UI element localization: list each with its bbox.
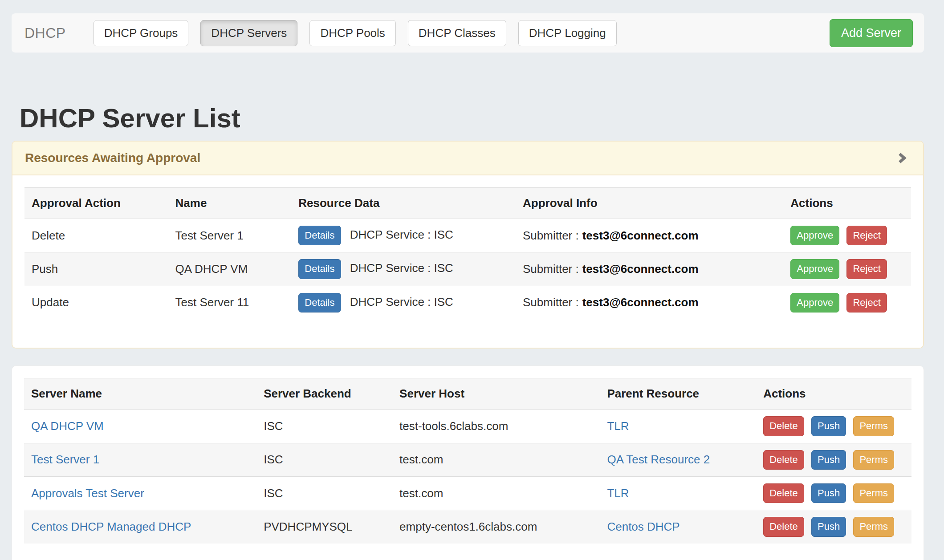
column-header-actions: Actions <box>756 378 911 410</box>
approval-row: Update Test Server 11 Details DHCP Servi… <box>24 286 911 319</box>
server-name-link[interactable]: Centos DHCP Managed DHCP <box>31 520 191 533</box>
server-actions-cell: Delete Push Perms <box>756 443 911 476</box>
add-server-button[interactable]: Add Server <box>830 19 913 47</box>
server-name-link[interactable]: QA DHCP VM <box>31 419 104 433</box>
parent-resource-cell: TLR <box>600 476 756 510</box>
chevron-right-icon[interactable] <box>895 150 908 166</box>
approve-button[interactable]: Approve <box>790 293 839 312</box>
column-header-approval-action: Approval Action <box>24 188 168 219</box>
server-host-cell: empty-centos1.6clabs.com <box>392 510 600 544</box>
perms-button[interactable]: Perms <box>853 517 894 536</box>
column-header-name: Name <box>168 188 292 219</box>
server-name-link[interactable]: Approvals Test Server <box>31 487 144 500</box>
approval-actions-cell: Approve Reject <box>783 219 911 252</box>
resource-data-cell: Details DHCP Service : ISC <box>291 219 516 252</box>
submitter-label: Submitter : <box>523 296 579 309</box>
navbar-brand: DHCP <box>24 25 66 41</box>
approval-actions-cell: Approve Reject <box>783 286 911 319</box>
servers-table: Server Name Server Backend Server Host P… <box>24 378 911 544</box>
submitter-label: Submitter : <box>523 229 579 242</box>
server-name-cell: Approvals Test Server <box>24 476 256 510</box>
server-host-cell: test.com <box>392 443 600 476</box>
reject-button[interactable]: Reject <box>846 293 887 312</box>
approve-button[interactable]: Approve <box>790 259 839 279</box>
server-list-panel: Server Name Server Backend Server Host P… <box>12 365 924 560</box>
resource-data-text: DHCP Service : ISC <box>350 228 453 241</box>
server-backend-cell: PVDHCPMYSQL <box>256 510 392 544</box>
tab-dhcp-servers[interactable]: DHCP Servers <box>200 20 297 46</box>
server-backend-cell: ISC <box>256 410 392 443</box>
page-container: DHCP DHCP Groups DHCP Servers DHCP Pools… <box>12 13 924 560</box>
reject-button[interactable]: Reject <box>846 226 887 245</box>
reject-button[interactable]: Reject <box>846 259 887 279</box>
parent-resource-link[interactable]: TLR <box>607 487 629 500</box>
approval-row: Push QA DHCP VM Details DHCP Service : I… <box>24 252 911 286</box>
parent-resource-link[interactable]: QA Test Resource 2 <box>607 453 710 466</box>
approval-name-cell: QA DHCP VM <box>168 252 292 286</box>
approval-action-cell: Update <box>24 286 168 319</box>
servers-header-row: Server Name Server Backend Server Host P… <box>24 378 911 410</box>
resource-data-cell: Details DHCP Service : ISC <box>291 252 516 286</box>
approve-button[interactable]: Approve <box>790 226 839 245</box>
delete-button[interactable]: Delete <box>763 517 804 536</box>
column-header-approval-info: Approval Info <box>516 188 783 219</box>
server-name-link[interactable]: Test Server 1 <box>31 453 99 466</box>
parent-resource-cell: TLR <box>600 410 756 443</box>
approval-actions-cell: Approve Reject <box>783 252 911 286</box>
resource-data-text: DHCP Service : ISC <box>350 261 453 275</box>
approval-name-cell: Test Server 1 <box>168 219 292 252</box>
submitter-email: test3@6connect.com <box>582 296 699 309</box>
perms-button[interactable]: Perms <box>853 416 894 436</box>
delete-button[interactable]: Delete <box>763 416 804 436</box>
perms-button[interactable]: Perms <box>853 483 894 503</box>
submitter-email: test3@6connect.com <box>582 229 699 242</box>
submitter-label: Submitter : <box>523 262 579 276</box>
push-button[interactable]: Push <box>811 517 846 536</box>
approval-info-cell: Submitter :test3@6connect.com <box>516 219 783 252</box>
parent-resource-link[interactable]: Centos DHCP <box>607 520 680 533</box>
server-name-cell: QA DHCP VM <box>24 410 256 443</box>
perms-button[interactable]: Perms <box>853 450 894 470</box>
approval-info-cell: Submitter :test3@6connect.com <box>516 286 783 319</box>
server-name-cell: Centos DHCP Managed DHCP <box>24 510 256 544</box>
approval-action-cell: Push <box>24 252 168 286</box>
parent-resource-link[interactable]: TLR <box>607 419 629 433</box>
delete-button[interactable]: Delete <box>763 450 804 470</box>
parent-resource-cell: Centos DHCP <box>600 510 756 544</box>
column-header-actions: Actions <box>783 188 911 219</box>
approval-name-cell: Test Server 11 <box>168 286 292 319</box>
tab-dhcp-logging[interactable]: DHCP Logging <box>518 20 617 46</box>
server-name-cell: Test Server 1 <box>24 443 256 476</box>
approvals-header-row: Approval Action Name Resource Data Appro… <box>24 188 911 219</box>
dhcp-navbar: DHCP DHCP Groups DHCP Servers DHCP Pools… <box>12 13 924 53</box>
push-button[interactable]: Push <box>811 483 846 503</box>
approval-panel-body: Approval Action Name Resource Data Appro… <box>12 175 923 348</box>
delete-button[interactable]: Delete <box>763 483 804 503</box>
submitter-email: test3@6connect.com <box>582 262 699 276</box>
parent-resource-cell: QA Test Resource 2 <box>600 443 756 476</box>
server-row: QA DHCP VM ISC test-tools.6clabs.com TLR… <box>24 410 911 443</box>
push-button[interactable]: Push <box>811 416 846 436</box>
server-backend-cell: ISC <box>256 476 392 510</box>
details-button[interactable]: Details <box>298 226 341 245</box>
navbar-tabs: DHCP Groups DHCP Servers DHCP Pools DHCP… <box>94 20 617 46</box>
server-row: Approvals Test Server ISC test.com TLR D… <box>24 476 911 510</box>
approval-action-cell: Delete <box>24 219 168 252</box>
column-header-server-backend: Server Backend <box>256 378 392 410</box>
details-button[interactable]: Details <box>298 293 341 312</box>
column-header-parent-resource: Parent Resource <box>600 378 756 410</box>
resource-data-text: DHCP Service : ISC <box>350 295 453 308</box>
column-header-server-name: Server Name <box>24 378 256 410</box>
tab-dhcp-groups[interactable]: DHCP Groups <box>94 20 189 46</box>
approval-panel-header: Resources Awaiting Approval <box>12 142 923 175</box>
column-header-resource-data: Resource Data <box>291 188 516 219</box>
server-host-cell: test.com <box>392 476 600 510</box>
server-actions-cell: Delete Push Perms <box>756 410 911 443</box>
push-button[interactable]: Push <box>811 450 846 470</box>
tab-dhcp-pools[interactable]: DHCP Pools <box>309 20 395 46</box>
server-backend-cell: ISC <box>256 443 392 476</box>
page-title: DHCP Server List <box>20 103 924 134</box>
tab-dhcp-classes[interactable]: DHCP Classes <box>408 20 506 46</box>
details-button[interactable]: Details <box>298 259 341 279</box>
server-host-cell: test-tools.6clabs.com <box>392 410 600 443</box>
